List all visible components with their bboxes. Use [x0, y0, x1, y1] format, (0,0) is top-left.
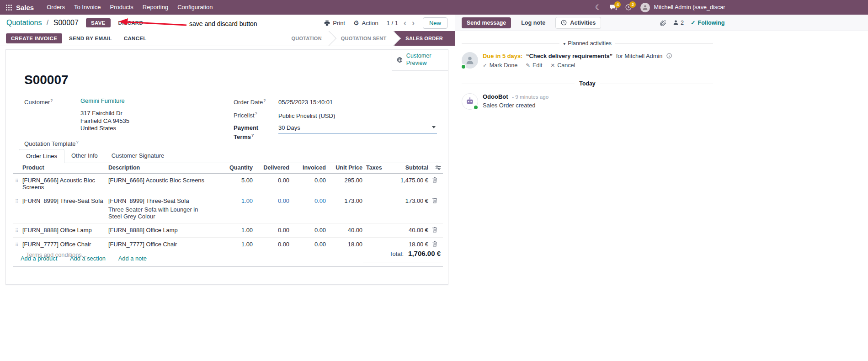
cell-description[interactable]: [FURN_8888] Office Lamp [107, 223, 214, 238]
edit-activity-button[interactable]: ✎ Edit [526, 62, 542, 69]
person-icon [465, 56, 474, 65]
cell-taxes[interactable] [364, 174, 390, 194]
activities-tab-button[interactable]: Activities [555, 17, 601, 29]
cell-delivered[interactable]: 0.00 [255, 223, 291, 238]
app-brand-sales[interactable]: Sales [16, 4, 34, 11]
order-date-value[interactable]: 05/25/2023 15:40:01 [278, 98, 333, 106]
cell-unit-price[interactable]: 295.00 [328, 174, 364, 194]
delete-row-icon[interactable] [432, 177, 437, 183]
nav-item-products[interactable]: Products [105, 0, 138, 15]
cell-product[interactable]: [FURN_7777] Office Chair [21, 238, 107, 252]
delete-row-icon[interactable] [432, 241, 437, 247]
discard-button[interactable]: DISCARD [114, 18, 148, 27]
apps-grid-icon[interactable] [6, 5, 12, 11]
help-icon: ? [50, 98, 53, 103]
activities-tray-button[interactable]: 2 [625, 4, 632, 11]
breadcrumb-quotations-link[interactable]: Quotations [6, 19, 42, 27]
stage-quotation-sent[interactable]: QUOTATION SENT [330, 31, 395, 46]
paperclip-icon [660, 20, 666, 26]
payment-terms-input[interactable]: 30 Days [278, 124, 437, 133]
delete-row-icon[interactable] [432, 227, 437, 233]
create-invoice-button[interactable]: CREATE INVOICE [6, 33, 62, 43]
cell-product[interactable]: [FURN_8999] Three-Seat Sofa [21, 194, 107, 223]
terms-and-conditions-placeholder[interactable]: Terms and conditions... [26, 251, 87, 258]
following-button[interactable]: ✓ Following [691, 19, 724, 26]
cell-unit-price[interactable]: 173.00 [328, 194, 364, 223]
cancel-button[interactable]: CANCEL [119, 33, 152, 43]
customer-value-link[interactable]: Gemini Furniture [80, 97, 125, 106]
tab-other-info[interactable]: Other Info [64, 149, 105, 163]
tab-order-lines[interactable]: Order Lines [19, 149, 64, 163]
cell-description[interactable]: [FURN_7777] Office Chair [107, 238, 214, 252]
delete-row-icon[interactable] [432, 197, 437, 203]
cell-quantity[interactable]: 1.00 [214, 238, 255, 252]
message-header: OdooBot - 9 minutes ago [483, 93, 548, 101]
cell-quantity[interactable]: 1.00 [214, 194, 255, 223]
send-by-email-button[interactable]: SEND BY EMAIL [64, 33, 117, 43]
col-description[interactable]: Description [107, 162, 214, 174]
messages-tray-button[interactable]: 4 [610, 4, 617, 11]
save-button[interactable]: SAVE [86, 18, 111, 27]
cell-delivered[interactable]: 0.00 [255, 194, 291, 223]
drag-handle-icon[interactable]: ⠿ [15, 178, 18, 183]
drag-handle-icon[interactable]: ⠿ [15, 199, 18, 204]
dark-mode-toggle[interactable]: ☾ [595, 4, 601, 11]
activity-summary-line: Due in 5 days: “Check delivery requireme… [483, 52, 672, 60]
cell-taxes[interactable] [364, 194, 390, 223]
followers-button[interactable]: 2 [673, 20, 684, 26]
cell-description[interactable]: [FURN_8999] Three-Seat Sofa Three Seater… [107, 194, 214, 223]
col-unit-price[interactable]: Unit Price [328, 162, 364, 174]
cell-subtotal: 40.00 € [390, 223, 430, 238]
send-message-button[interactable]: Send message [462, 17, 511, 28]
cell-invoiced[interactable]: 0.00 [291, 223, 328, 238]
col-product[interactable]: Product [21, 162, 107, 174]
tab-customer-signature[interactable]: Customer Signature [105, 149, 171, 163]
cell-delivered[interactable]: 0.00 [255, 174, 291, 194]
cell-quantity[interactable]: 1.00 [214, 223, 255, 238]
cancel-activity-button[interactable]: ✕ Cancel [551, 62, 575, 69]
new-button[interactable]: New [423, 17, 447, 29]
followers-count: 2 [681, 20, 684, 26]
print-button[interactable]: Print [324, 20, 345, 27]
cell-unit-price[interactable]: 18.00 [328, 238, 364, 252]
drag-handle-icon[interactable]: ⠿ [15, 228, 18, 233]
col-taxes[interactable]: Taxes [364, 162, 390, 174]
cell-invoiced[interactable]: 0.00 [291, 194, 328, 223]
cell-description[interactable]: [FURN_6666] Acoustic Bloc Screens [107, 174, 214, 194]
cell-invoiced[interactable]: 0.00 [291, 174, 328, 194]
cell-delivered[interactable]: 0.00 [255, 238, 291, 252]
cell-invoiced[interactable]: 0.00 [291, 238, 328, 252]
pager-next-icon[interactable]: › [412, 19, 415, 27]
attachments-button[interactable] [660, 20, 666, 26]
drag-handle-icon[interactable]: ⠿ [15, 242, 18, 247]
planned-activities-toggle[interactable]: ▾ Planned activities [563, 40, 612, 47]
optional-columns-icon[interactable] [432, 165, 441, 170]
col-quantity[interactable]: Quantity [214, 162, 255, 174]
col-subtotal[interactable]: Subtotal [390, 162, 430, 174]
cell-unit-price[interactable]: 40.00 [328, 223, 364, 238]
customer-preview-button[interactable]: Customer Preview [392, 49, 448, 71]
add-a-note-link[interactable]: Add a note [118, 255, 147, 262]
cell-taxes[interactable] [364, 223, 390, 238]
dropdown-caret-icon[interactable] [432, 126, 436, 128]
nav-item-orders[interactable]: Orders [42, 0, 69, 15]
pager-previous-icon[interactable]: ‹ [404, 19, 406, 27]
planned-activities-label: Planned activities [568, 40, 612, 47]
cell-product[interactable]: [FURN_6666] Acoustic Bloc Screens [21, 174, 107, 194]
nav-item-reporting[interactable]: Reporting [138, 0, 173, 15]
mark-done-button[interactable]: ✓ Mark Done [483, 62, 517, 69]
pricelist-value[interactable]: Public Pricelist (USD) [278, 112, 335, 120]
cell-product[interactable]: [FURN_8888] Office Lamp [21, 223, 107, 238]
log-note-button[interactable]: Log note [517, 17, 549, 28]
stage-quotation[interactable]: QUOTATION [281, 31, 330, 46]
stage-sales-order[interactable]: SALES ORDER [394, 31, 455, 46]
nav-item-configuration[interactable]: Configuration [173, 0, 217, 15]
message-body: Sales Order created [483, 102, 548, 109]
cell-quantity[interactable]: 5.00 [214, 174, 255, 194]
col-invoiced[interactable]: Invoiced [291, 162, 328, 174]
user-menu-button[interactable]: Mitchell Admin (save_discar [640, 3, 725, 12]
nav-item-to-invoice[interactable]: To Invoice [69, 0, 106, 15]
info-icon[interactable] [666, 53, 672, 58]
col-delivered[interactable]: Delivered [255, 162, 291, 174]
action-menu-button[interactable]: ⚙ Action [353, 20, 378, 27]
